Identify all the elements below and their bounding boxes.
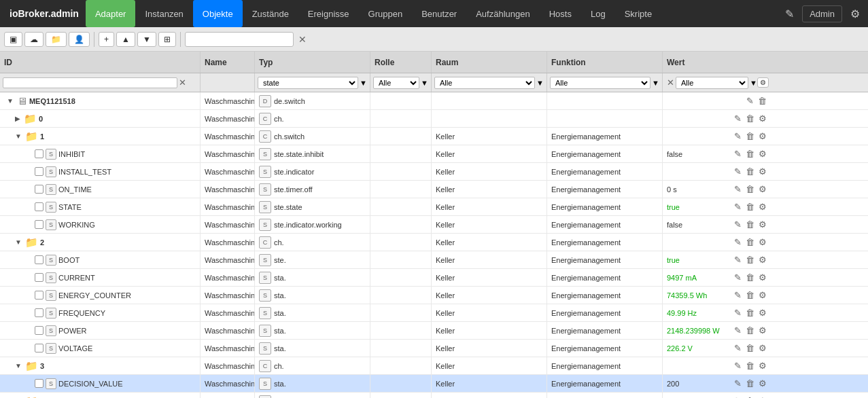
row-checkbox[interactable] xyxy=(35,220,44,229)
settings-row-button[interactable]: ⚙ xyxy=(758,361,767,371)
expand-button[interactable]: ▼ xyxy=(14,362,23,369)
edit-row-button[interactable]: ✎ xyxy=(746,96,754,106)
delete-row-button[interactable]: 🗑 xyxy=(745,361,755,371)
expand-button[interactable]: ▶ xyxy=(14,115,22,122)
tab-zustaende[interactable]: Zustände xyxy=(243,0,298,27)
edit-row-button[interactable]: ✎ xyxy=(733,272,742,283)
edit-row-button[interactable]: ✎ xyxy=(733,202,742,212)
table-row[interactable]: ▼📁2Waschmaschine W 377 WPS:2Cch.KellerEn… xyxy=(0,234,868,251)
settings-row-button[interactable]: ⚙ xyxy=(758,290,767,300)
table-row[interactable]: SCURRENTWaschmaschine W 377 WPS:...Ssta.… xyxy=(0,269,868,287)
tab-objekte[interactable]: Objekte xyxy=(193,0,243,27)
edit-row-button[interactable]: ✎ xyxy=(733,131,742,141)
edit-row-button[interactable]: ✎ xyxy=(733,166,742,177)
row-checkbox[interactable] xyxy=(35,202,44,211)
row-checkbox[interactable] xyxy=(35,291,44,300)
delete-row-button[interactable]: 🗑 xyxy=(745,237,755,247)
table-row[interactable]: SSTATEWaschmaschine W 377 WPS:...Sste.st… xyxy=(0,198,868,216)
tab-hosts[interactable]: Hosts xyxy=(540,0,581,27)
delete-row-button[interactable]: 🗑 xyxy=(745,184,755,194)
table-row[interactable]: SON_TIMEWaschmaschine W 377 WPS:...Sste.… xyxy=(0,181,868,198)
filter-wert-clear[interactable]: ✕ xyxy=(665,77,676,88)
toolbar-btn-folder[interactable]: 📁 xyxy=(46,32,67,47)
edit-icon[interactable]: ✎ xyxy=(780,5,799,23)
delete-row-button[interactable]: 🗑 xyxy=(757,96,767,106)
settings-row-button[interactable]: ⚙ xyxy=(758,272,767,283)
filter-id-input[interactable] xyxy=(3,77,177,88)
table-row[interactable]: ▶📁0Waschmaschine W 377 WPS:0Cch.✎🗑⚙ xyxy=(0,110,868,128)
table-row[interactable]: SBOOTWaschmaschine W 377 WPS:...Sste.Kel… xyxy=(0,251,868,269)
toolbar-btn-add[interactable]: + xyxy=(99,32,114,47)
delete-row-button[interactable]: 🗑 xyxy=(745,343,755,353)
search-input[interactable] xyxy=(185,32,294,47)
row-checkbox[interactable] xyxy=(35,185,44,194)
edit-row-button[interactable]: ✎ xyxy=(733,378,742,388)
expand-button[interactable]: ▼ xyxy=(5,97,15,105)
row-checkbox[interactable] xyxy=(35,149,44,158)
toolbar-btn-grid[interactable]: ▣ xyxy=(4,32,22,47)
filter-id-clear[interactable]: ✕ xyxy=(177,77,188,88)
settings-row-button[interactable]: ⚙ xyxy=(758,255,767,265)
settings-row-button[interactable]: ⚙ xyxy=(758,378,767,388)
delete-row-button[interactable]: 🗑 xyxy=(745,255,755,265)
row-checkbox[interactable] xyxy=(35,167,44,176)
settings-row-button[interactable]: ⚙ xyxy=(758,237,767,247)
settings-row-button[interactable]: ⚙ xyxy=(758,113,767,124)
edit-row-button[interactable]: ✎ xyxy=(733,219,742,230)
edit-row-button[interactable]: ✎ xyxy=(733,255,742,265)
settings-row-button[interactable]: ⚙ xyxy=(758,149,767,159)
expand-button[interactable]: ▼ xyxy=(14,132,23,140)
tab-skripte[interactable]: Skripte xyxy=(615,0,661,27)
table-row[interactable]: ▼📁1Waschmaschine W 377 WPS:1Cch.switchKe… xyxy=(0,128,868,145)
table-row[interactable]: SFREQUENCYWaschmaschine W 377 WPS:...Sst… xyxy=(0,304,868,322)
filter-rolle-select[interactable]: Alle xyxy=(373,77,419,89)
tab-instanzen[interactable]: Instanzen xyxy=(135,0,192,27)
settings-row-button[interactable]: ⚙ xyxy=(758,202,767,212)
delete-row-button[interactable]: 🗑 xyxy=(745,149,755,159)
table-row[interactable]: SPOWERWaschmaschine W 377 WPS:...Ssta.Ke… xyxy=(0,322,868,340)
settings-icon[interactable]: ⚙ xyxy=(845,5,865,23)
delete-row-button[interactable]: 🗑 xyxy=(745,113,755,124)
filter-typ-select[interactable]: state Alle xyxy=(258,77,358,89)
edit-row-button[interactable]: ✎ xyxy=(733,325,742,336)
delete-row-button[interactable]: 🗑 xyxy=(745,272,755,283)
settings-row-button[interactable]: ⚙ xyxy=(758,325,767,336)
row-checkbox[interactable] xyxy=(35,379,44,388)
tab-log[interactable]: Log xyxy=(581,0,615,27)
tab-adapter[interactable]: Adapter xyxy=(86,0,136,27)
delete-row-button[interactable]: 🗑 xyxy=(745,378,755,388)
delete-row-button[interactable]: 🗑 xyxy=(745,219,755,230)
toolbar-btn-expand[interactable]: ⊞ xyxy=(158,32,176,47)
delete-row-button[interactable]: 🗑 xyxy=(745,325,755,336)
table-row[interactable]: SINSTALL_TESTWaschmaschine W 377 WPS:...… xyxy=(0,163,868,181)
toolbar-btn-cloud[interactable]: ☁ xyxy=(24,32,44,47)
table-row[interactable]: SINHIBITWaschmaschine W 377 WPS:...Sste.… xyxy=(0,145,868,163)
expand-button[interactable]: ▼ xyxy=(14,238,23,246)
row-checkbox[interactable] xyxy=(35,326,44,335)
settings-row-button[interactable]: ⚙ xyxy=(758,166,767,177)
settings-row-button[interactable]: ⚙ xyxy=(758,343,767,353)
table-row[interactable]: ▼📁4Waschmaschine W 377 WPS:4Cch.KellerEn… xyxy=(0,393,868,398)
delete-row-button[interactable]: 🗑 xyxy=(745,131,755,141)
edit-row-button[interactable]: ✎ xyxy=(733,343,742,353)
admin-button[interactable]: Admin xyxy=(802,5,842,22)
row-checkbox[interactable] xyxy=(35,255,44,264)
filter-wert-select[interactable]: Alle xyxy=(676,77,748,89)
settings-row-button[interactable]: ⚙ xyxy=(758,184,767,194)
edit-row-button[interactable]: ✎ xyxy=(733,290,742,300)
row-checkbox[interactable] xyxy=(35,273,44,282)
filter-raum-select[interactable]: Alle xyxy=(434,77,535,89)
table-row[interactable]: SENERGY_COUNTERWaschmaschine W 377 WPS:.… xyxy=(0,287,868,304)
table-row[interactable]: ▼📁3Waschmaschine W 377 WPS:3Cch.KellerEn… xyxy=(0,357,868,375)
settings-row-button[interactable]: ⚙ xyxy=(758,131,767,141)
settings-row-button[interactable]: ⚙ xyxy=(758,219,767,230)
edit-row-button[interactable]: ✎ xyxy=(733,184,742,194)
table-row[interactable]: SDECISION_VALUEWaschmaschine W 377 WPS:.… xyxy=(0,375,868,393)
toolbar-btn-user[interactable]: 👤 xyxy=(69,32,90,47)
edit-row-button[interactable]: ✎ xyxy=(733,149,742,159)
tab-benutzer[interactable]: Benutzer xyxy=(412,0,466,27)
tab-gruppen[interactable]: Gruppen xyxy=(359,0,413,27)
edit-row-button[interactable]: ✎ xyxy=(733,113,742,124)
delete-row-button[interactable]: 🗑 xyxy=(745,290,755,300)
delete-row-button[interactable]: 🗑 xyxy=(745,166,755,177)
